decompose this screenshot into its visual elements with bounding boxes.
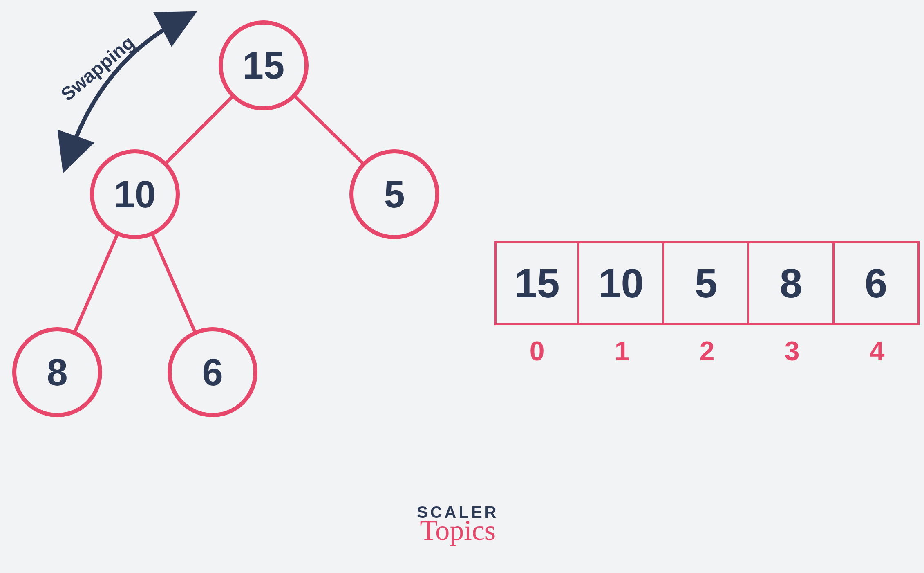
diagram-canvas: 15 10 5 8 6 Swapping 15 10 5 8 6 0 1 2 3… [0, 0, 924, 573]
array-cell-4: 6 [835, 241, 920, 325]
array-cell-1: 10 [579, 241, 664, 325]
logo-line2: Topics [417, 514, 499, 547]
node-root-value: 15 [243, 47, 284, 84]
array-index-0: 0 [494, 335, 579, 366]
node-lright-value: 6 [202, 353, 223, 391]
node-left-value: 10 [114, 175, 156, 213]
node-right-value: 5 [384, 175, 405, 213]
array-container: 15 10 5 8 6 [494, 241, 920, 325]
array-index-4: 4 [835, 335, 920, 366]
array-cell-0: 15 [494, 241, 579, 325]
array-index-2: 2 [664, 335, 749, 366]
array-index-3: 3 [749, 335, 835, 366]
array-cell-3: 8 [749, 241, 835, 325]
array-cell-2: 5 [664, 241, 749, 325]
brand-logo: SCALER Topics [417, 503, 499, 547]
node-lleft-value: 8 [47, 353, 67, 391]
array-indices: 0 1 2 3 4 [494, 335, 920, 366]
array-index-1: 1 [579, 335, 664, 366]
